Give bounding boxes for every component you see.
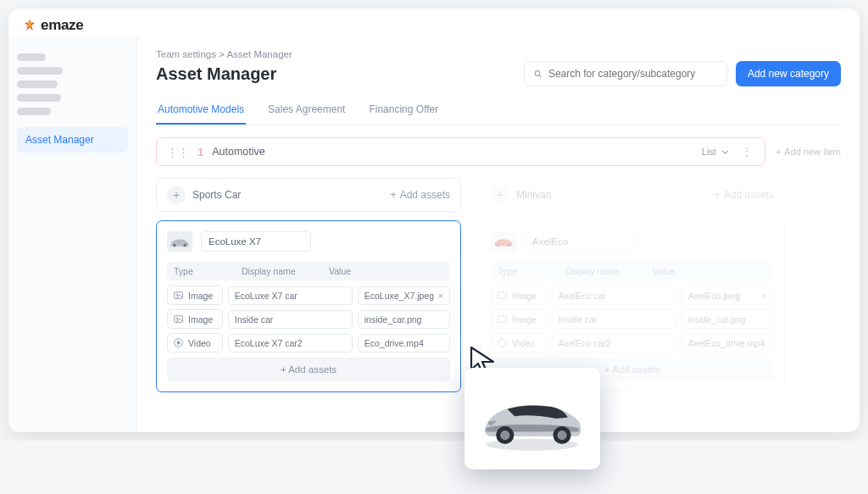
category-name: Automotive bbox=[212, 146, 693, 158]
image-icon bbox=[497, 314, 508, 325]
asset-thumbnail bbox=[167, 231, 192, 252]
subcategory-header: + Sports Car + Add assets bbox=[156, 178, 461, 212]
category-row[interactable]: ⋮⋮ 1 Automotive List ⋮ bbox=[156, 137, 765, 166]
tab-sales-agreement[interactable]: Sales Agreement bbox=[266, 98, 347, 125]
svg-marker-10 bbox=[177, 341, 180, 344]
tabs: Automotive Models Sales Agreement Financ… bbox=[156, 98, 841, 125]
plus-icon: + bbox=[776, 147, 781, 157]
asset-card: Type Display name Value Image Axel bbox=[480, 220, 785, 392]
tab-automotive-models[interactable]: Automotive Models bbox=[156, 98, 246, 125]
chevron-down-icon bbox=[720, 147, 731, 158]
display-name-input[interactable] bbox=[552, 286, 676, 305]
add-assets-link[interactable]: + Add assets bbox=[391, 189, 450, 201]
asset-thumbnail bbox=[491, 231, 516, 252]
svg-point-8 bbox=[176, 318, 178, 319]
svg-rect-7 bbox=[175, 316, 183, 323]
value-cell[interactable]: inside_car.png bbox=[358, 310, 450, 329]
display-name-input[interactable] bbox=[552, 334, 676, 352]
svg-point-18 bbox=[500, 430, 509, 440]
add-assets-button[interactable]: + Add assets bbox=[167, 358, 450, 381]
tab-financing-offer[interactable]: Financing Offer bbox=[367, 98, 440, 125]
logo-text: emaze bbox=[41, 17, 83, 34]
svg-line-1 bbox=[539, 75, 541, 76]
app-window: emaze Asset Manager Team settings > Asse… bbox=[8, 8, 860, 432]
add-icon[interactable]: + bbox=[491, 186, 509, 204]
svg-point-0 bbox=[535, 70, 540, 75]
subcategory-name: Sports Car bbox=[192, 189, 384, 201]
logo-icon bbox=[22, 18, 37, 33]
sidebar-skeleton bbox=[17, 53, 46, 61]
sidebar-skeleton bbox=[17, 67, 63, 75]
asset-name-input[interactable] bbox=[201, 231, 311, 252]
svg-point-12 bbox=[507, 244, 510, 247]
sidebar-item-asset-manager[interactable]: Asset Manager bbox=[17, 127, 128, 153]
display-name-input[interactable] bbox=[228, 334, 353, 352]
add-icon[interactable]: + bbox=[167, 186, 186, 204]
breadcrumb: Team settings > Asset Manager bbox=[156, 49, 841, 59]
subcategory-name: Minivan bbox=[516, 189, 708, 201]
table-header: Type Display name Value bbox=[167, 262, 450, 280]
svg-rect-5 bbox=[175, 292, 183, 299]
subcategory-header: + Minivan + Add assets bbox=[480, 178, 785, 212]
table-header: Type Display name Value bbox=[491, 262, 774, 280]
drag-handle-icon[interactable]: ⋮⋮ bbox=[167, 146, 189, 158]
type-cell[interactable]: Image bbox=[167, 309, 223, 329]
view-mode-toggle[interactable]: List bbox=[702, 147, 731, 158]
value-cell[interactable]: AxelEco.jpeg× bbox=[682, 286, 774, 305]
value-cell[interactable]: inside_car.png bbox=[682, 310, 774, 329]
logo: emaze bbox=[8, 8, 860, 37]
type-cell[interactable]: Video bbox=[167, 333, 223, 352]
asset-name-input[interactable] bbox=[525, 231, 635, 252]
more-options-icon[interactable]: ⋮ bbox=[739, 145, 754, 158]
value-cell[interactable]: Eco_drive.mp4 bbox=[358, 334, 450, 352]
svg-point-6 bbox=[176, 294, 178, 296]
asset-row: Image AxelEco.jpeg× bbox=[491, 286, 774, 305]
svg-point-3 bbox=[173, 244, 176, 247]
category-index: 1 bbox=[198, 146, 203, 158]
sidebar-skeleton bbox=[17, 108, 51, 115]
asset-card-active: Type Display name Value Image bbox=[156, 220, 461, 392]
page-title: Asset Manager bbox=[156, 64, 276, 84]
sidebar-skeleton bbox=[17, 94, 61, 102]
car-image bbox=[473, 383, 592, 441]
search-box[interactable] bbox=[524, 61, 727, 86]
remove-icon[interactable]: × bbox=[438, 291, 443, 301]
type-cell[interactable]: Image bbox=[491, 286, 547, 305]
add-new-item-button[interactable]: + Add new item bbox=[776, 147, 841, 157]
add-assets-link[interactable]: + Add assets bbox=[715, 189, 774, 201]
type-cell[interactable]: Image bbox=[167, 286, 223, 305]
svg-rect-13 bbox=[498, 292, 507, 299]
sidebar-skeleton bbox=[17, 80, 58, 88]
subcategory-minivan: + Minivan + Add assets bbox=[480, 178, 785, 392]
value-cell[interactable]: AxelEco_drive.mp4 bbox=[682, 334, 774, 352]
search-input[interactable] bbox=[548, 68, 718, 80]
search-icon bbox=[533, 69, 543, 80]
add-new-category-button[interactable]: Add new category bbox=[736, 61, 841, 86]
asset-row: Video AxelEco_drive.mp4 bbox=[491, 333, 774, 352]
sidebar: Asset Manager bbox=[8, 37, 137, 432]
asset-row: Image inside_car.png bbox=[491, 309, 774, 329]
display-name-input[interactable] bbox=[228, 310, 353, 329]
display-name-input[interactable] bbox=[552, 310, 676, 329]
svg-rect-14 bbox=[498, 316, 507, 323]
image-icon bbox=[173, 314, 184, 325]
asset-row: Image inside_car.png bbox=[167, 309, 450, 329]
svg-point-4 bbox=[183, 244, 186, 247]
svg-point-20 bbox=[557, 430, 566, 440]
image-icon bbox=[173, 290, 184, 301]
remove-icon[interactable]: × bbox=[762, 291, 767, 301]
asset-row: Video Eco_drive.mp4 bbox=[167, 333, 450, 352]
video-icon bbox=[173, 337, 184, 348]
subcategory-sports-car: + Sports Car + Add assets bbox=[156, 178, 461, 392]
value-cell[interactable]: EcoLuxe_X7.jpeg × bbox=[358, 286, 450, 305]
image-icon bbox=[497, 290, 508, 301]
type-cell[interactable]: Image bbox=[491, 309, 547, 329]
dragged-image-card[interactable] bbox=[465, 368, 600, 441]
display-name-input[interactable] bbox=[228, 286, 353, 305]
asset-row: Image EcoLuxe_X7.jpeg × bbox=[167, 286, 450, 305]
svg-point-11 bbox=[497, 244, 500, 247]
